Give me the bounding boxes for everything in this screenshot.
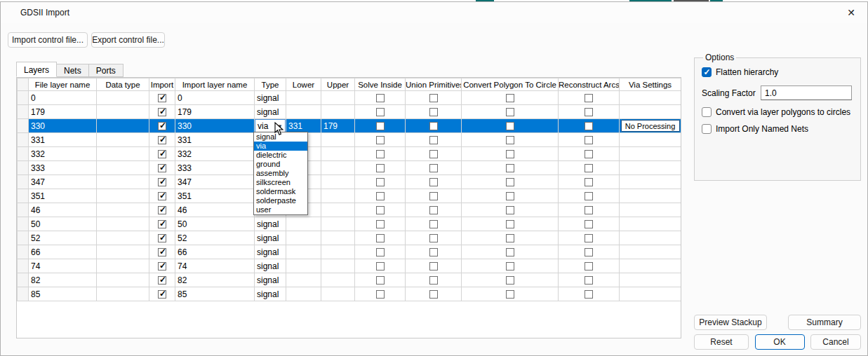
upper-cell[interactable]: [321, 105, 355, 119]
union-primitives-checkbox[interactable]: [429, 192, 438, 200]
data-type-cell[interactable]: [97, 105, 149, 119]
layer-row[interactable]: 8585signal: [18, 287, 681, 301]
upper-cell[interactable]: [321, 203, 355, 217]
scaling-factor-input[interactable]: [761, 85, 852, 100]
import-checkbox[interactable]: [158, 248, 166, 256]
reconstruct-arcs-checkbox[interactable]: [585, 290, 593, 299]
cancel-button[interactable]: Cancel: [810, 334, 861, 350]
preview-stackup-button[interactable]: Preview Stackup: [694, 315, 767, 330]
import-checkbox[interactable]: [158, 290, 166, 299]
col-upper[interactable]: Upper: [321, 78, 355, 91]
reconstruct-arcs-checkbox[interactable]: [585, 122, 593, 130]
union-primitives-checkbox[interactable]: [429, 122, 438, 130]
dropdown-option-via[interactable]: via: [254, 142, 307, 151]
dropdown-option-ground[interactable]: ground: [254, 160, 307, 169]
file-layer-name-cell[interactable]: 351: [29, 189, 97, 203]
row-header[interactable]: [18, 287, 29, 301]
import-layer-name-cell[interactable]: 332: [175, 147, 255, 161]
flatten-hierarchy-checkbox[interactable]: [702, 67, 712, 77]
upper-cell[interactable]: [321, 217, 355, 231]
import-layer-name-cell[interactable]: 333: [175, 161, 255, 175]
row-header[interactable]: [18, 259, 29, 273]
lower-cell[interactable]: [286, 91, 321, 105]
solve-inside-checkbox[interactable]: [376, 206, 385, 214]
row-header[interactable]: [18, 91, 29, 105]
solve-inside-checkbox[interactable]: [376, 164, 385, 172]
file-layer-name-cell[interactable]: 52: [29, 231, 97, 245]
import-only-named-nets-checkbox[interactable]: [702, 124, 712, 134]
import-checkbox[interactable]: [158, 136, 166, 144]
lower-cell[interactable]: [286, 217, 321, 231]
data-type-cell[interactable]: [97, 231, 149, 245]
col-solve-inside[interactable]: Solve Inside: [355, 78, 406, 91]
reconstruct-arcs-checkbox[interactable]: [585, 206, 593, 214]
col-convert-polygon-to-circle[interactable]: Convert Polygon To Circle: [462, 78, 559, 91]
tab-layers[interactable]: Layers: [16, 62, 57, 77]
flatten-hierarchy-option[interactable]: Flatten hierarchy: [702, 67, 853, 77]
file-layer-name-cell[interactable]: 82: [29, 273, 97, 287]
import-layer-name-cell[interactable]: 347: [175, 175, 255, 189]
upper-cell[interactable]: [321, 287, 355, 301]
reconstruct-arcs-checkbox[interactable]: [585, 178, 593, 186]
convert-polygon-to-circle-checkbox[interactable]: [506, 276, 514, 285]
row-header[interactable]: [18, 203, 29, 217]
union-primitives-checkbox[interactable]: [429, 206, 438, 214]
type-cell[interactable]: signal: [255, 259, 286, 273]
type-cell[interactable]: signal: [255, 105, 286, 119]
union-primitives-checkbox[interactable]: [429, 262, 438, 271]
solve-inside-checkbox[interactable]: [376, 136, 385, 144]
upper-cell[interactable]: [321, 273, 355, 287]
lower-cell[interactable]: [286, 245, 321, 259]
col-reconstruct-arcs[interactable]: Reconstruct Arcs: [559, 78, 620, 91]
lower-cell[interactable]: [286, 287, 321, 301]
import-layer-name-cell[interactable]: 179: [175, 105, 255, 119]
dropdown-option-solderpaste[interactable]: solderpaste: [254, 196, 307, 205]
file-layer-name-cell[interactable]: 0: [29, 91, 97, 105]
union-primitives-checkbox[interactable]: [429, 150, 438, 158]
solve-inside-checkbox[interactable]: [376, 122, 385, 130]
union-primitives-checkbox[interactable]: [429, 234, 438, 242]
layer-row[interactable]: 330330via▾331179No Processing: [18, 119, 681, 133]
upper-cell[interactable]: [321, 175, 355, 189]
data-type-cell[interactable]: [97, 217, 149, 231]
reset-button[interactable]: Reset: [694, 334, 749, 350]
row-header[interactable]: [18, 273, 29, 287]
col-union-primitives[interactable]: Union Primitives: [406, 78, 462, 91]
reconstruct-arcs-checkbox[interactable]: [585, 150, 593, 158]
layer-row[interactable]: 00signal: [18, 91, 681, 105]
union-primitives-checkbox[interactable]: [429, 220, 438, 228]
solve-inside-checkbox[interactable]: [376, 108, 385, 116]
convert-via-polygons-checkbox[interactable]: [702, 107, 712, 117]
lower-cell[interactable]: [286, 231, 321, 245]
import-checkbox[interactable]: [158, 108, 166, 116]
lower-cell[interactable]: [286, 259, 321, 273]
import-checkbox[interactable]: [158, 192, 166, 200]
export-control-file-button[interactable]: Export control file...: [91, 32, 165, 48]
solve-inside-checkbox[interactable]: [376, 248, 385, 256]
import-layer-name-cell[interactable]: 52: [175, 231, 255, 245]
file-layer-name-cell[interactable]: 66: [29, 245, 97, 259]
col-file-layer-name[interactable]: File layer name: [29, 78, 97, 91]
row-header[interactable]: [18, 189, 29, 203]
type-cell[interactable]: signal: [255, 217, 286, 231]
data-type-cell[interactable]: [97, 161, 149, 175]
layer-row[interactable]: 347347signal: [18, 175, 681, 189]
dropdown-option-silkscreen[interactable]: silkscreen: [254, 178, 307, 187]
dropdown-option-dielectric[interactable]: dielectric: [254, 151, 307, 160]
import-layer-name-cell[interactable]: 351: [175, 189, 255, 203]
data-type-cell[interactable]: [97, 259, 149, 273]
reconstruct-arcs-checkbox[interactable]: [585, 108, 593, 116]
type-cell[interactable]: signal: [255, 287, 286, 301]
tab-nets[interactable]: Nets: [57, 64, 89, 77]
file-layer-name-cell[interactable]: 74: [29, 259, 97, 273]
layer-row[interactable]: 5252signal: [18, 231, 681, 245]
solve-inside-checkbox[interactable]: [376, 262, 385, 271]
upper-cell[interactable]: [321, 147, 355, 161]
convert-via-polygons-option[interactable]: Convert via layer polygons to circles: [702, 107, 853, 117]
convert-polygon-to-circle-checkbox[interactable]: [506, 178, 514, 186]
data-type-cell[interactable]: [97, 175, 149, 189]
file-layer-name-cell[interactable]: 46: [29, 203, 97, 217]
titlebar[interactable]: GDSII Import ✕: [1, 2, 867, 23]
convert-polygon-to-circle-checkbox[interactable]: [506, 248, 514, 256]
data-type-cell[interactable]: [97, 273, 149, 287]
